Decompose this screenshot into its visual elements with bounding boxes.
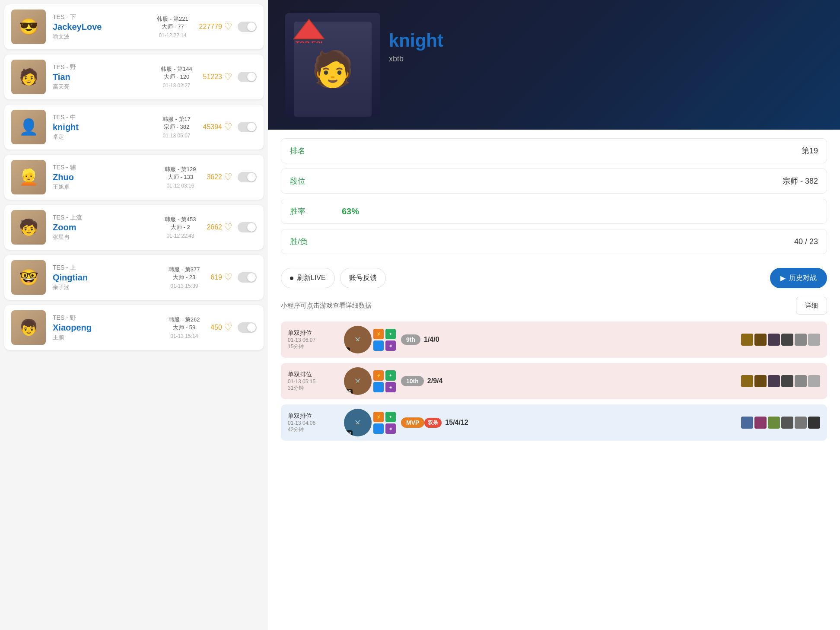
champ-icons: ⚔️ 15 ⚡ 🌀 ✦ ◈ <box>344 367 396 395</box>
player-info: TES - 中 knight 卓定 <box>53 114 150 141</box>
item-icon-1 <box>754 334 767 346</box>
champ-level: 18 <box>344 430 353 436</box>
player-role: TES - 辅 <box>53 164 154 172</box>
stat-row: 胜率 63% <box>281 199 827 224</box>
player-likes: 227779 ♡ <box>199 21 232 32</box>
champ-icons: ⚔️ 18 ⚡ 🌀 ✦ ◈ <box>344 409 396 436</box>
hero-player-subtitle: xbtb <box>389 54 443 64</box>
player-last-time: 01-13 06:07 <box>157 133 196 139</box>
match-duration: 15分钟 <box>288 343 344 350</box>
player-info: TES - 野 Tian 高天亮 <box>53 64 150 91</box>
follow-toggle[interactable] <box>238 272 257 283</box>
stat-label: 胜率 <box>290 206 342 216</box>
player-card-knight[interactable]: 👤 TES - 中 knight 卓定 韩服 - 第17 宗师 - 382 01… <box>4 105 264 150</box>
refresh-button[interactable]: 刷新LIVE <box>281 268 335 288</box>
match-time: 01-13 04:06 <box>288 420 344 426</box>
match-record-2[interactable]: 单双排位 01-13 04:06 42分钟 ⚔️ 18 ⚡ 🌀 ✦ ◈ MVP <box>281 404 827 441</box>
heart-icon: ♡ <box>224 71 232 83</box>
rune2-icon: ◈ <box>385 340 396 351</box>
player-likes: 2662 ♡ <box>207 222 232 233</box>
heart-icon: ♡ <box>224 21 232 32</box>
match-kda: 15/4/12 <box>445 419 468 426</box>
player-server-rank: 韩服 - 第221 <box>153 15 192 23</box>
like-count: 619 <box>210 274 222 281</box>
detail-button[interactable]: 详细 <box>796 297 827 315</box>
heart-icon: ♡ <box>224 222 232 233</box>
item-icons <box>741 375 820 387</box>
match-type: 单双排位 <box>288 371 344 379</box>
stat-row: 胜/负 40 / 23 <box>281 229 827 254</box>
item-icon-3 <box>781 375 793 387</box>
player-likes: 619 ♡ <box>210 272 232 283</box>
player-rank-info: 韩服 - 第129 大师 - 133 01-12 03:16 <box>161 165 200 189</box>
champ-icons: ⚔️ 9 ⚡ 🌀 ✦ ◈ <box>344 326 396 353</box>
player-real-name: 王旭卓 <box>53 183 154 191</box>
rune1-icon: ✦ <box>385 329 396 339</box>
champ-level: 15 <box>344 389 353 395</box>
item-icon-2 <box>768 334 780 346</box>
stat-row: 排名 第19 <box>281 138 827 163</box>
item-icon-3 <box>781 334 793 346</box>
match-kda: 2/9/4 <box>427 377 443 385</box>
player-avatar: 🤓 <box>11 260 46 295</box>
player-real-name: 喻文波 <box>53 33 146 41</box>
spell-rune-stack: ⚡ 🌀 <box>373 412 384 434</box>
match-time: 01-13 05:15 <box>288 379 344 385</box>
player-card-jackeylove[interactable]: 😎 TES - 下 JackeyLove 喻文波 韩服 - 第221 大师 - … <box>4 4 264 49</box>
like-count: 227779 <box>199 23 222 31</box>
follow-toggle[interactable] <box>238 172 257 182</box>
player-info: TES - 上 Qingtian 余子涵 <box>53 264 158 291</box>
player-name: Tian <box>53 72 150 82</box>
player-card-tian[interactable]: 🧑 TES - 野 Tian 高天亮 韩服 - 第144 大师 - 120 01… <box>4 54 264 99</box>
player-info: TES - 野 Xiaopeng 王鹏 <box>53 314 158 341</box>
champ-level: 9 <box>344 347 350 353</box>
spell-rune-stack: ⚡ 🌀 <box>373 370 384 392</box>
champ-face: ⚔️ <box>355 379 361 384</box>
player-tier: 大师 - 23 <box>165 274 204 281</box>
player-avatar: 👦 <box>11 310 46 345</box>
player-card-zhuo[interactable]: 👱 TES - 辅 Zhuo 王旭卓 韩服 - 第129 大师 - 133 01… <box>4 155 264 200</box>
follow-toggle[interactable] <box>238 322 257 333</box>
player-server-rank: 韩服 - 第377 <box>165 266 204 274</box>
follow-toggle[interactable] <box>238 122 257 132</box>
player-role: TES - 中 <box>53 114 150 121</box>
player-likes: 51223 ♡ <box>203 71 233 83</box>
player-card-xiaopeng[interactable]: 👦 TES - 野 Xiaopeng 王鹏 韩服 - 第262 大师 - 59 … <box>4 305 264 350</box>
player-rank-info: 韩服 - 第262 大师 - 59 01-13 15:14 <box>165 316 204 339</box>
champion-icon: ⚔️ 9 <box>344 326 372 353</box>
player-server-rank: 韩服 - 第17 <box>157 115 196 123</box>
spell1-icon: ⚡ <box>373 329 384 339</box>
feedback-button[interactable]: 账号反馈 <box>340 268 386 288</box>
player-rank-info: 韩服 - 第453 大师 - 2 01-12 22:43 <box>161 216 200 239</box>
stat-label: 胜/负 <box>290 236 342 247</box>
mini-program-row: 小程序可点击游戏查看详细数据 详细 <box>268 297 840 321</box>
player-avatar: 🧑 <box>11 60 46 94</box>
follow-toggle[interactable] <box>238 22 257 32</box>
match-record-1[interactable]: 单双排位 01-13 05:15 31分钟 ⚔️ 15 ⚡ 🌀 ✦ ◈ 10th <box>281 363 827 399</box>
match-type: 单双排位 <box>288 412 344 420</box>
champ-face: ⚔️ <box>355 420 361 426</box>
follow-toggle[interactable] <box>238 72 257 82</box>
player-card-qingtian[interactable]: 🤓 TES - 上 Qingtian 余子涵 韩服 - 第377 大师 - 23… <box>4 255 264 300</box>
match-type: 单双排位 <box>288 329 344 337</box>
player-name: JackeyLove <box>53 22 146 32</box>
item-icon-5 <box>808 334 820 346</box>
rank-badge: 9th <box>401 334 420 345</box>
player-real-name: 王鹏 <box>53 334 158 341</box>
like-count: 2662 <box>207 223 222 231</box>
match-record-0[interactable]: 单双排位 01-13 06:07 15分钟 ⚔️ 9 ⚡ 🌀 ✦ ◈ 9th <box>281 321 827 358</box>
player-likes: 3622 ♡ <box>207 172 232 183</box>
player-rank-info: 韩服 - 第144 大师 - 120 01-13 02:27 <box>157 65 196 89</box>
player-last-time: 01-12 22:14 <box>153 32 192 38</box>
history-button[interactable]: ▶ 历史对战 <box>770 268 827 288</box>
match-tag: 双杀 <box>424 418 442 428</box>
player-last-time: 01-13 15:14 <box>165 333 204 339</box>
player-server-rank: 韩服 - 第129 <box>161 165 200 173</box>
player-card-zoom[interactable]: 🧒 TES - 上流 Zoom 张星冉 韩服 - 第453 大师 - 2 01-… <box>4 205 264 250</box>
heart-icon: ♡ <box>224 272 232 283</box>
follow-toggle[interactable] <box>238 222 257 232</box>
like-count: 45394 <box>203 123 223 131</box>
rune1-icon: ✦ <box>385 412 396 422</box>
stats-section: 排名 第19 段位 宗师 - 382 胜率 63% 胜/负 40 / 23 <box>268 130 840 268</box>
rune-stack: ✦ ◈ <box>385 412 396 434</box>
